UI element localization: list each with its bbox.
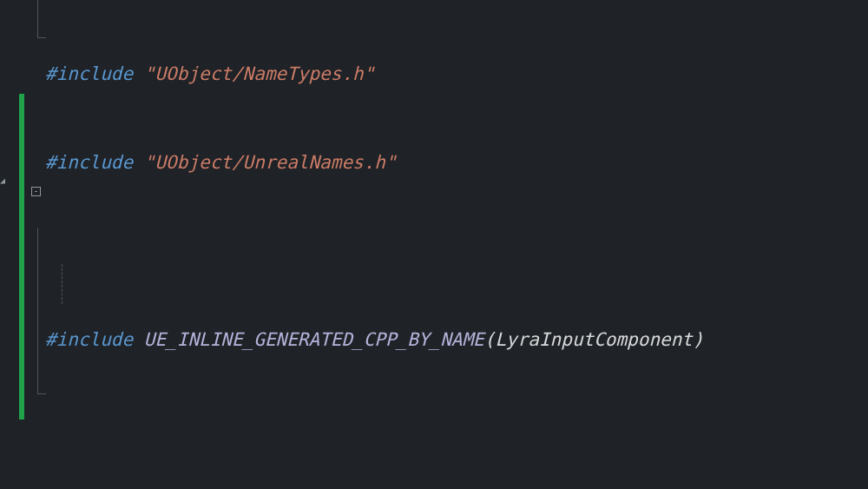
code-line[interactable]: #include UE_INLINE_GENERATED_CPP_BY_NAME… — [45, 325, 704, 354]
whitespace — [133, 63, 144, 84]
preproc-directive: #include — [45, 63, 133, 84]
fold-toggle[interactable]: - — [31, 187, 41, 196]
breakpoint-glyph[interactable]: ◢ — [0, 175, 7, 182]
whitespace — [133, 152, 144, 173]
whitespace — [133, 329, 144, 350]
identifier: LyraInputComponent — [495, 329, 693, 350]
diff-added-bar[interactable] — [19, 94, 24, 420]
code-editor[interactable]: ◢ - #include "UObject/NameTypes.h" #incl… — [0, 0, 868, 489]
punct: ) — [693, 329, 704, 350]
code-line[interactable] — [45, 413, 704, 443]
code-line[interactable]: #include "UObject/UnrealNames.h" — [45, 148, 704, 177]
fold-guide-line — [37, 0, 38, 38]
macro: UE_INLINE_GENERATED_CPP_BY_NAME — [144, 329, 484, 350]
string-literal: "UObject/UnrealNames.h" — [144, 152, 397, 173]
preproc-directive: #include — [45, 152, 133, 173]
code-line[interactable] — [45, 236, 704, 266]
code-line[interactable]: #include "UObject/NameTypes.h" — [45, 59, 704, 89]
fold-guide-line — [37, 228, 38, 394]
punct: ( — [484, 329, 496, 350]
editor-gutter: ◢ - — [0, 0, 40, 489]
string-literal: "UObject/NameTypes.h" — [144, 63, 375, 84]
preproc-directive: #include — [45, 329, 133, 350]
code-content[interactable]: #include "UObject/NameTypes.h" #include … — [45, 0, 704, 489]
